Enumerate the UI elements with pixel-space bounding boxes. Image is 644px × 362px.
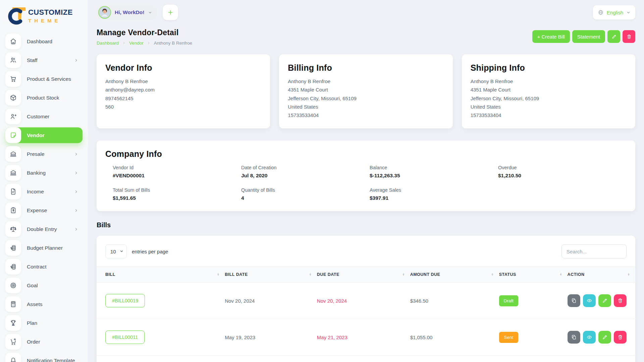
sidebar-item-product-and-services[interactable]: Product & Services [5, 71, 83, 87]
sidebar-item-presale[interactable]: Presale [5, 146, 83, 162]
column-header-bill-date[interactable]: BILL DATE ▲▼ [225, 267, 317, 283]
search-input[interactable] [561, 244, 627, 258]
field-value: $397.91 [370, 195, 498, 201]
copy-button[interactable] [568, 294, 580, 307]
edit-vendor-button[interactable] [607, 30, 620, 43]
company-field-balance: Balance $-112,263.35 [370, 165, 498, 179]
user-plus-icon [9, 113, 17, 120]
scale-icon [9, 225, 17, 233]
user-menu[interactable]: Hi, WorkDo! [97, 5, 157, 20]
info-line: Anthony B Renfroe [471, 77, 627, 85]
sidebar-item-plan[interactable]: Plan [5, 315, 83, 331]
sidebar-item-product-stock[interactable]: Product Stock [5, 90, 83, 106]
sidebar-item-budget-planner[interactable]: Budget Planner [5, 240, 83, 256]
pencil-button[interactable] [598, 331, 611, 344]
field-label: Total Sum of Bills [113, 187, 241, 193]
copy-button[interactable] [568, 331, 580, 344]
amount-due-cell: $346.50 [410, 283, 499, 319]
eye-button[interactable] [583, 294, 596, 307]
sort-icon: ▲▼ [217, 273, 219, 276]
sort-icon: ▲▼ [559, 273, 562, 276]
entries-per-page-label: entries per page [132, 249, 168, 254]
sort-icon: ▲▼ [491, 273, 493, 276]
field-label: Balance [370, 165, 498, 170]
bills-table-card: 10 entries per page BILL ▲▼ BILL DATE ▲▼… [97, 236, 635, 362]
sidebar-item-assets[interactable]: Assets [5, 296, 83, 312]
main-content: Hi, WorkDo! English Manage Vendor-Detail… [88, 0, 644, 362]
sidebar-item-vendor[interactable]: Vendor [5, 127, 83, 143]
info-card-title: Vendor Info [105, 63, 261, 73]
trash-button[interactable] [614, 331, 627, 344]
pencil-icon [602, 334, 608, 340]
info-line: 4351 Maple Court [471, 86, 627, 94]
sort-icon: ▲▼ [402, 273, 405, 276]
language-label: English [607, 10, 623, 15]
breadcrumb-separator-icon [147, 41, 151, 45]
sidebar-item-order[interactable]: Order [5, 334, 83, 350]
entries-per-page-select[interactable]: 10 [105, 244, 127, 258]
column-header-action[interactable]: ACTION ▲▼ [568, 267, 635, 283]
field-label: Average Sales [370, 187, 498, 193]
field-label: Vendor Id [113, 165, 241, 170]
trash-button[interactable] [614, 294, 627, 307]
table-header-row: BILL ▲▼ BILL DATE ▲▼ DUE DATE ▲▼ AMOUNT … [97, 267, 635, 283]
bill-link[interactable]: #BILL00011 [105, 330, 145, 344]
eye-button[interactable] [583, 331, 596, 344]
status-badge: Draft [499, 295, 518, 306]
bill-link[interactable]: #BILL00019 [105, 294, 145, 307]
column-header-amount-due[interactable]: AMOUNT DUE ▲▼ [410, 267, 499, 283]
bell-icon [9, 357, 17, 362]
column-header-bill[interactable]: BILL ▲▼ [97, 267, 225, 283]
sidebar-item-expense[interactable]: Expense [5, 202, 83, 218]
trash-icon [626, 34, 632, 40]
breadcrumb-item-vendor[interactable]: Vendor [129, 41, 144, 46]
info-cards: Vendor Info Anthony B Renfroeanthony@day… [97, 54, 635, 128]
info-line: anthony@dayrep.com [105, 86, 261, 94]
chevron-right-icon [74, 189, 78, 194]
note-icon [9, 131, 17, 139]
pencil-button[interactable] [598, 294, 611, 307]
info-line: United States [288, 103, 444, 111]
bill-date-cell: Feb 18, 2022 [225, 356, 317, 362]
breadcrumb-item-anthony-b-renfroe: Anthony B Renfroe [154, 41, 192, 46]
pencil-icon [611, 34, 617, 40]
page-actions: + Create Bill Statement [532, 30, 636, 43]
sidebar-item-notification-template[interactable]: Notification Template [5, 353, 83, 362]
company-field-quantity-of-bills: Quantity of Bills 4 [241, 187, 370, 201]
create-bill-button[interactable]: + Create Bill [532, 30, 570, 43]
field-value: $1,591.65 [113, 195, 241, 201]
clipboard-dollar-icon [9, 206, 17, 214]
info-card-title: Shipping Info [471, 63, 627, 73]
sidebar-item-dashboard[interactable]: Dashboard [5, 34, 83, 49]
due-date-cell: Feb 18, 2022 [317, 356, 410, 362]
statement-button[interactable]: Statement [572, 30, 605, 43]
coins-icon [9, 263, 17, 270]
sort-icon: ▲▼ [628, 273, 630, 276]
billing-info-card: Billing Info Anthony B Renfroe4351 Maple… [279, 54, 452, 128]
sidebar-item-contract[interactable]: Contract [5, 259, 83, 275]
table-row: #BILL00004 Feb 18, 2022 Feb 18, 2022 $-9… [97, 356, 635, 362]
company-field-date-of-creation: Date of Creation Jul 8, 2020 [241, 165, 370, 179]
add-button[interactable] [163, 5, 178, 20]
column-header-status[interactable]: STATUS ▲▼ [499, 267, 568, 283]
page-header: Manage Vendor-Detail DashboardVendorAnth… [97, 28, 635, 46]
coins-icon [9, 244, 17, 252]
sidebar-item-goal[interactable]: Goal [5, 278, 83, 293]
table-toolbar: 10 entries per page [97, 244, 635, 266]
column-header-due-date[interactable]: DUE DATE ▲▼ [317, 267, 410, 283]
company-field-vendor-id: Vendor Id #VEND00001 [113, 165, 241, 179]
sidebar-item-staff[interactable]: Staff [5, 52, 83, 68]
brand-name-bottom: THEME [28, 18, 73, 23]
target-icon [9, 282, 17, 289]
info-line: 15733533404 [471, 111, 627, 119]
sidebar-item-banking[interactable]: Banking [5, 165, 83, 181]
info-line: Jefferson City, Missouri, 65109 [288, 95, 444, 102]
sidebar-item-customer[interactable]: Customer [5, 109, 83, 124]
delete-vendor-button[interactable] [623, 30, 635, 43]
breadcrumb: DashboardVendorAnthony B Renfroe [97, 41, 192, 46]
sidebar-item-income[interactable]: Income [5, 184, 83, 199]
breadcrumb-item-dashboard[interactable]: Dashboard [97, 41, 119, 46]
brand-logo[interactable]: CUSTOMIZE THEME [5, 5, 83, 34]
language-selector[interactable]: English [593, 5, 635, 19]
sidebar-item-double-entry[interactable]: Double Entry [5, 221, 83, 237]
